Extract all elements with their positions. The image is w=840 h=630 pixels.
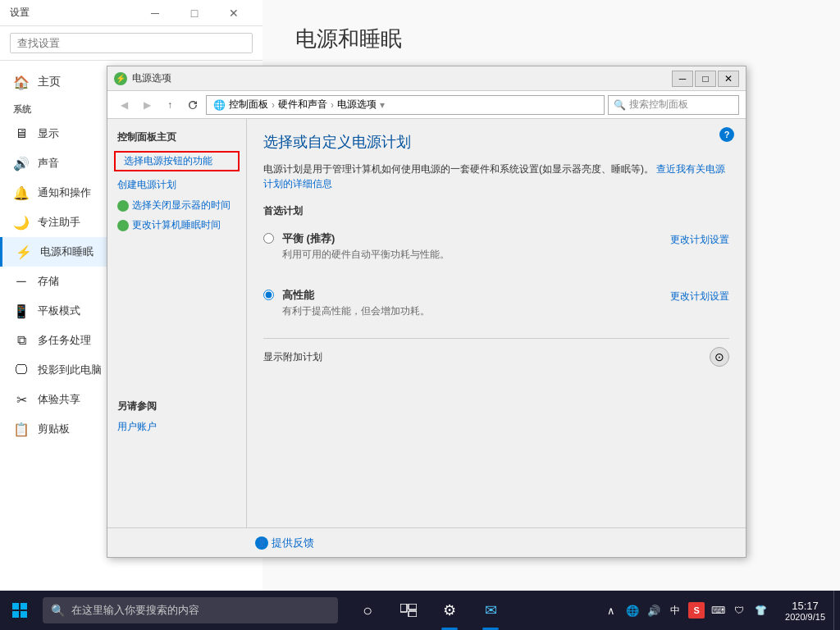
power-dialog-icon: ⚡ — [114, 72, 127, 85]
globe-icon-2 — [117, 220, 129, 231]
preferred-plan-title: 首选计划 — [263, 204, 729, 218]
dialog-title-text: 电源选项 — [132, 71, 672, 85]
shared-label: 体验共享 — [38, 392, 80, 407]
high-performance-plan-change-link[interactable]: 更改计划设置 — [670, 290, 729, 304]
taskbar-taskview-button[interactable] — [389, 591, 428, 630]
dialog-close-button[interactable]: ✕ — [718, 71, 739, 87]
sogou-logo: S — [688, 602, 705, 619]
addr-search-placeholder: 搜索控制面板 — [629, 98, 688, 112]
sound-icon: 🔊 — [13, 155, 30, 171]
home-icon: 🏠 — [13, 74, 30, 90]
power-icon: ⚡ — [16, 244, 32, 260]
systray: ∧ 🌐 🔊 中 S ⌨ 🛡 👕 — [595, 600, 777, 620]
addr-part-2: 硬件和声音 — [278, 98, 327, 112]
dialog-titlebar: ⚡ 电源选项 ─ □ ✕ — [107, 66, 746, 91]
settings-search-input[interactable] — [10, 33, 253, 53]
up-button[interactable]: ↑ — [160, 95, 180, 115]
systray-shirt-icon[interactable]: 👕 — [751, 600, 770, 620]
dialog-body: 控制面板主页 选择电源按钮的功能 创建电源计划 选择关闭显示器的时间 更改计算机… — [107, 119, 746, 527]
power-button-func-link[interactable]: 选择电源按钮的功能 — [114, 151, 240, 171]
also-see-section: 另请参阅 用户账户 — [107, 399, 246, 437]
feedback-link[interactable]: 👤 提供反馈 — [255, 536, 314, 550]
systray-keyboard-icon[interactable]: ⌨ — [708, 600, 728, 620]
dialog-content: ? 选择或自定义电源计划 电源计划是用于管理计算机如何使用电源的一套硬件和系统设… — [247, 119, 746, 527]
systray-sogou-icon[interactable]: S — [687, 600, 706, 620]
addr-search-box[interactable]: 🔍 搜索控制面板 — [608, 95, 739, 115]
dialog-description: 电源计划是用于管理计算机如何使用电源的一套硬件和系统设置(如显示器亮度、睡眠等)… — [263, 162, 729, 191]
svg-rect-4 — [400, 604, 407, 612]
systray-ime-icon[interactable]: 中 — [665, 600, 685, 620]
settings-maximize-button[interactable]: □ — [176, 0, 213, 26]
settings-main-title: 电源和睡眠 — [295, 25, 807, 53]
svg-rect-3 — [21, 611, 27, 618]
systray-network-icon[interactable]: 🌐 — [623, 600, 642, 620]
user-accounts-link[interactable]: 用户账户 — [107, 417, 246, 437]
high-performance-plan-desc: 有利于提高性能，但会增加功耗。 — [282, 304, 662, 318]
taskbar-search-box[interactable]: 🔍 在这里输入你要搜索的内容 — [43, 597, 338, 623]
dialog-minimize-button[interactable]: ─ — [672, 71, 693, 87]
display-label: 显示 — [38, 126, 59, 141]
clipboard-icon: 📋 — [13, 421, 30, 437]
settings-title: 设置 — [10, 6, 136, 20]
svg-rect-5 — [409, 604, 417, 609]
taskbar-settings-button[interactable]: ⚙ — [430, 591, 469, 630]
settings-gear-icon: ⚙ — [443, 601, 456, 619]
taskview-icon — [400, 604, 417, 617]
high-performance-plan-radio[interactable] — [263, 290, 274, 300]
close-display-time-link[interactable]: 选择关闭显示器的时间 — [107, 195, 246, 216]
balanced-plan-desc: 利用可用的硬件自动平衡功耗与性能。 — [282, 248, 662, 262]
addr-sep-1: › — [272, 99, 275, 111]
tablet-label: 平板模式 — [38, 304, 80, 318]
expand-additional-plans-button[interactable]: ⊙ — [710, 347, 729, 367]
settings-close-button[interactable]: ✕ — [215, 0, 253, 26]
dialog-controls: ─ □ ✕ — [672, 71, 739, 87]
refresh-icon — [187, 99, 199, 111]
systray-sound-icon[interactable]: 🔊 — [644, 600, 664, 620]
taskbar-search-button[interactable]: ○ — [348, 591, 387, 630]
dialog-maximize-button[interactable]: □ — [695, 71, 716, 87]
help-button[interactable]: ? — [719, 127, 734, 142]
taskbar-app-buttons: ○ ⚙ ✉ — [348, 591, 510, 630]
create-plan-link[interactable]: 创建电源计划 — [107, 175, 246, 195]
forward-button[interactable]: ▶ — [137, 95, 157, 115]
globe-icon-1 — [117, 200, 129, 212]
clock-time: 15:17 — [792, 600, 819, 612]
taskbar-search-icon: 🔍 — [51, 604, 65, 617]
notifications-icon: 🔔 — [13, 185, 30, 201]
clipboard-label: 剪贴板 — [38, 422, 70, 436]
storage-label: 存储 — [38, 274, 59, 289]
high-performance-plan-info: 高性能 有利于提高性能，但会增加功耗。 — [282, 288, 662, 318]
settings-titlebar: 设置 ─ □ ✕ — [0, 0, 262, 26]
feedback-bar: 👤 提供反馈 — [107, 527, 746, 557]
balanced-plan-change-link[interactable]: 更改计划设置 — [670, 233, 729, 247]
sound-label: 声音 — [38, 156, 59, 171]
change-sleep-time-link[interactable]: 更改计算机睡眠时间 — [107, 215, 246, 235]
dialog-addressbar: ◀ ▶ ↑ 🌐 控制面板 › 硬件和声音 › 电源选项 ▾ 🔍 搜索控制面板 — [107, 91, 746, 119]
search-circle-icon: ○ — [363, 601, 372, 620]
addr-sep-2: › — [331, 99, 334, 111]
power-options-dialog: ⚡ 电源选项 ─ □ ✕ ◀ ▶ ↑ 🌐 控制面板 › 硬件和声音 › 电源选项… — [107, 66, 746, 558]
taskbar-clock[interactable]: 15:17 2020/9/15 — [777, 600, 833, 622]
focus-icon: 🌙 — [13, 214, 30, 231]
svg-rect-0 — [12, 603, 19, 609]
address-path[interactable]: 🌐 控制面板 › 硬件和声音 › 电源选项 ▾ — [206, 95, 605, 115]
systray-shield-icon[interactable]: 🛡 — [729, 600, 749, 620]
high-performance-plan-item: 高性能 有利于提高性能，但会增加功耗。 更改计划设置 — [263, 281, 729, 325]
svg-rect-2 — [12, 611, 19, 618]
windows-icon — [12, 603, 27, 618]
balanced-plan-radio[interactable] — [263, 233, 274, 244]
refresh-button[interactable] — [183, 95, 203, 115]
additional-plans-section: 显示附加计划 ⊙ — [263, 338, 729, 367]
back-button[interactable]: ◀ — [114, 95, 134, 115]
dialog-sidebar: 控制面板主页 选择电源按钮的功能 创建电源计划 选择关闭显示器的时间 更改计算机… — [107, 119, 247, 527]
balanced-plan-item: 平衡 (推荐) 利用可用的硬件自动平衡功耗与性能。 更改计划设置 — [263, 225, 729, 268]
start-button[interactable] — [0, 591, 39, 630]
settings-home-label: 主页 — [38, 75, 61, 89]
shared-icon: ✂ — [13, 391, 30, 408]
show-desktop-button[interactable] — [833, 591, 840, 630]
taskbar-mail-button[interactable]: ✉ — [471, 591, 510, 630]
settings-minimize-button[interactable]: ─ — [136, 0, 174, 26]
addr-part-3: 电源选项 — [337, 98, 377, 112]
systray-chevron[interactable]: ∧ — [601, 600, 621, 620]
storage-icon: ─ — [13, 273, 30, 290]
